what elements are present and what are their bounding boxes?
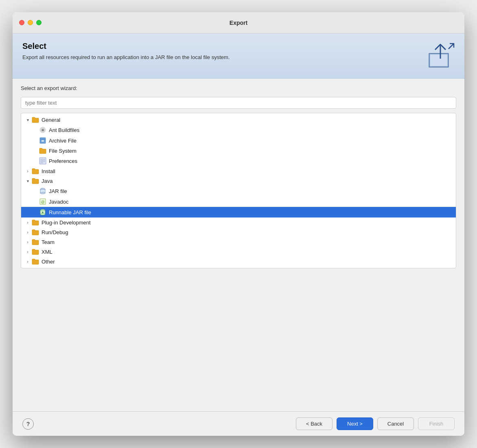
chevron-icon: ›	[24, 240, 31, 244]
export-icon	[426, 42, 455, 70]
tree-item-javadoc[interactable]: @ Javadoc	[21, 196, 456, 207]
traffic-lights	[19, 20, 42, 25]
tree-item-label: Install	[42, 168, 55, 174]
tree-container[interactable]: ▾ General ✳ Ant Buildfiles Archive File …	[21, 113, 456, 268]
ant-icon: ✳	[39, 126, 46, 134]
filter-input[interactable]	[21, 97, 456, 109]
tree-item-label: Other	[42, 259, 55, 265]
chevron-icon: ›	[24, 259, 31, 264]
archive-icon	[39, 137, 46, 144]
tree-item-label: Plug-in Development	[42, 220, 91, 226]
runnable-jar-icon	[39, 209, 46, 216]
tree-item-label: Preferences	[49, 158, 77, 164]
svg-rect-8	[39, 158, 46, 164]
tree-wrapper: ▾ General ✳ Ant Buildfiles Archive File …	[21, 113, 456, 268]
tree-item-java[interactable]: ▾ Java	[21, 176, 456, 186]
tree-item-file-system[interactable]: File System	[21, 146, 456, 156]
cancel-button[interactable]: Cancel	[377, 417, 414, 430]
export-dialog: Export Select Export all resources requi…	[13, 12, 464, 436]
back-button[interactable]: < Back	[296, 417, 333, 430]
tree-item-ant-buildfiles[interactable]: ✳ Ant Buildfiles	[21, 125, 456, 135]
tree-item-label: Java	[42, 178, 53, 184]
tree-item-xml[interactable]: › XML	[21, 247, 456, 257]
chevron-icon: ›	[24, 230, 31, 235]
tree-item-label: XML	[42, 249, 53, 255]
tree-item-label: JAR file	[49, 188, 67, 194]
window-title: Export	[230, 20, 247, 26]
header-section: Select Export all resources required to …	[13, 33, 464, 79]
tree-item-label: Javadoc	[49, 199, 68, 205]
tree-item-label: General	[42, 117, 60, 123]
footer-left: ?	[22, 418, 34, 430]
tree-item-run-debug[interactable]: › Run/Debug	[21, 227, 456, 237]
tree-item-jar-file[interactable]: JAR file	[21, 186, 456, 196]
tree-item-label: Archive File	[49, 138, 77, 144]
filter-label: Select an export wizard:	[21, 85, 456, 91]
tree-item-label: Ant Buildfiles	[49, 127, 79, 133]
tree-item-runnable-jar[interactable]: Runnable JAR file	[21, 207, 456, 217]
svg-line-2	[449, 44, 454, 49]
header-description: Export all resources required to run an …	[22, 54, 230, 60]
help-button[interactable]: ?	[22, 418, 34, 430]
next-button[interactable]: Next >	[337, 417, 373, 430]
finish-button: Finish	[418, 417, 455, 430]
javadoc-icon: @	[39, 198, 46, 205]
tree-item-other[interactable]: › Other	[21, 257, 456, 266]
close-button[interactable]	[19, 20, 24, 25]
tree-item-team[interactable]: › Team	[21, 237, 456, 247]
footer-section: ? < Back Next > Cancel Finish	[13, 411, 464, 436]
tree-item-label: File System	[49, 148, 77, 154]
svg-rect-7	[42, 140, 44, 142]
page-title: Select	[22, 42, 230, 51]
body-section: Select an export wizard: ▾ General ✳ Ant…	[13, 79, 464, 411]
tree-item-archive-file[interactable]: Archive File	[21, 135, 456, 146]
header-text: Select Export all resources required to …	[22, 42, 230, 60]
titlebar: Export	[13, 12, 464, 33]
tree-item-label: Run/Debug	[42, 229, 68, 235]
chevron-icon: ›	[24, 250, 31, 254]
svg-text:@: @	[41, 200, 44, 204]
tree-item-install[interactable]: › Install	[21, 166, 456, 176]
footer-right: < Back Next > Cancel Finish	[296, 417, 455, 430]
jar-icon	[39, 187, 46, 195]
tree-item-general[interactable]: ▾ General	[21, 115, 456, 125]
chevron-icon: ▾	[24, 118, 31, 122]
svg-text:✳: ✳	[41, 128, 44, 132]
preferences-icon	[39, 157, 46, 165]
svg-point-20	[40, 213, 45, 215]
maximize-button[interactable]	[36, 20, 42, 25]
tree-item-label: Team	[42, 239, 55, 245]
minimize-button[interactable]	[28, 20, 33, 25]
chevron-icon: ›	[24, 169, 31, 173]
tree-item-plugin-dev[interactable]: › Plug-in Development	[21, 217, 456, 227]
chevron-icon: ›	[24, 220, 31, 225]
svg-rect-1	[429, 54, 448, 67]
tree-item-preferences[interactable]: Preferences	[21, 156, 456, 166]
tree-item-label: Runnable JAR file	[49, 209, 91, 215]
svg-point-15	[40, 192, 45, 194]
chevron-icon: ▾	[24, 179, 31, 183]
